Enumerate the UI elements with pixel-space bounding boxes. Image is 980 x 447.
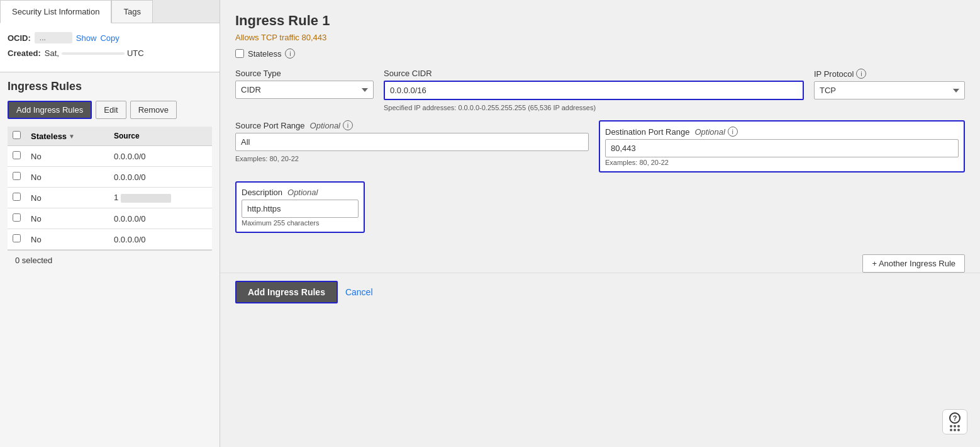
source-port-group: Source Port Range Optional i Examples: 8… <box>235 120 589 162</box>
source-type-group: Source Type CIDR <box>235 69 374 99</box>
rule-subtitle: Allows TCP traffic 80,443 <box>235 33 965 42</box>
source-cidr-group: Source CIDR Specified IP addresses: 0.0.… <box>384 69 804 111</box>
sidebar-add-ingress-button[interactable]: Add Ingress Rules <box>8 101 92 119</box>
source-cidr-label: Source CIDR <box>384 69 804 78</box>
add-ingress-rules-button[interactable]: Add Ingress Rules <box>235 281 338 303</box>
th-stateless[interactable]: Stateless ▼ <box>26 127 109 146</box>
description-max-chars: Maximum 255 characters <box>242 219 359 227</box>
source-cidr-hint: Specified IP addresses: 0.0.0.0-0.255.25… <box>384 104 804 111</box>
form-row-1: Source Type CIDR Source CIDR Specified I… <box>235 69 965 111</box>
source-port-label: Source Port Range Optional i <box>235 120 589 130</box>
source-port-input[interactable] <box>235 133 589 151</box>
sidebar-remove-button[interactable]: Remove <box>130 101 177 119</box>
ingress-rules-title: Ingress Rules <box>8 80 212 93</box>
source-port-hint: Examples: 80, 20-22 <box>235 155 589 162</box>
sidebar-info: OCID: ... Show Copy Created: Sat, UTC <box>0 23 220 72</box>
source-port-info-icon[interactable]: i <box>343 120 353 130</box>
sidebar-edit-button[interactable]: Edit <box>96 101 126 119</box>
stateless-checkbox[interactable] <box>235 49 244 58</box>
select-all-checkbox[interactable] <box>13 131 21 139</box>
row-checkbox[interactable] <box>13 234 21 242</box>
cancel-link[interactable]: Cancel <box>345 287 373 297</box>
ip-protocol-select[interactable]: TCP <box>814 81 965 99</box>
form-row-3: Description Optional Maximum 255 charact… <box>235 181 965 233</box>
stateless-label: Stateless <box>248 49 281 59</box>
help-dots-icon <box>950 425 960 431</box>
table-row: No 0.0.0.0/0 <box>8 146 212 167</box>
created-field: Created: Sat, UTC <box>8 48 212 58</box>
table-row: No 0.0.0.0/0 <box>8 208 212 229</box>
source-cidr-input[interactable] <box>384 81 804 100</box>
ingress-rules-section: Ingress Rules Add Ingress Rules Edit Rem… <box>0 72 220 447</box>
sidebar-tabs: Security List Information Tags <box>0 0 220 23</box>
help-icon[interactable]: ? <box>942 409 967 434</box>
selected-count: 0 selected <box>8 250 212 270</box>
row-checkbox[interactable] <box>13 193 21 201</box>
ocid-field: OCID: ... Show Copy <box>8 32 212 43</box>
help-circle-icon: ? <box>949 412 961 424</box>
ip-protocol-info-icon[interactable]: i <box>856 69 866 79</box>
table-row: No 1 <box>8 188 212 208</box>
dest-port-info-icon[interactable]: i <box>728 127 738 137</box>
row-checkbox[interactable] <box>13 151 21 159</box>
table-row: No 0.0.0.0/0 <box>8 229 212 250</box>
ip-protocol-label: IP Protocol i <box>814 69 965 79</box>
ingress-table: Stateless ▼ Source No 0.0.0.0/0 No 0.0.0… <box>8 127 212 250</box>
ocid-show-link[interactable]: Show <box>76 33 97 43</box>
th-source: Source <box>109 127 212 146</box>
another-rule-row: + Another Ingress Rule <box>235 254 965 273</box>
ocid-copy-link[interactable]: Copy <box>100 33 119 43</box>
row-checkbox[interactable] <box>13 172 21 180</box>
another-ingress-rule-button[interactable]: + Another Ingress Rule <box>862 254 965 273</box>
row-checkbox[interactable] <box>13 213 21 222</box>
bottom-bar: Add Ingress Rules Cancel <box>220 273 980 311</box>
dest-port-hint: Examples: 80, 20-22 <box>605 159 959 166</box>
main-panel: Ingress Rule 1 Allows TCP traffic 80,443… <box>220 0 980 447</box>
tab-security-list[interactable]: Security List Information <box>0 0 111 23</box>
form-row-2: Source Port Range Optional i Examples: 8… <box>235 120 965 173</box>
source-type-label: Source Type <box>235 69 374 78</box>
dest-port-input[interactable] <box>605 139 959 157</box>
table-row: No 0.0.0.0/0 <box>8 167 212 188</box>
description-label: Description Optional <box>242 188 359 197</box>
tab-tags[interactable]: Tags <box>111 0 152 23</box>
dest-port-group: Destination Port Range Optional i Exampl… <box>599 120 965 173</box>
stateless-info-icon[interactable]: i <box>285 48 295 59</box>
description-group: Description Optional Maximum 255 charact… <box>235 181 365 233</box>
rule-title: Ingress Rule 1 <box>235 13 965 29</box>
stateless-row: Stateless i <box>235 48 965 59</box>
dest-port-label: Destination Port Range Optional i <box>605 127 959 137</box>
description-input[interactable] <box>242 200 359 218</box>
sidebar: Security List Information Tags OCID: ...… <box>0 0 220 447</box>
ingress-toolbar: Add Ingress Rules Edit Remove <box>8 101 212 119</box>
ip-protocol-group: IP Protocol i TCP <box>814 69 965 99</box>
source-type-select[interactable]: CIDR <box>235 81 374 99</box>
